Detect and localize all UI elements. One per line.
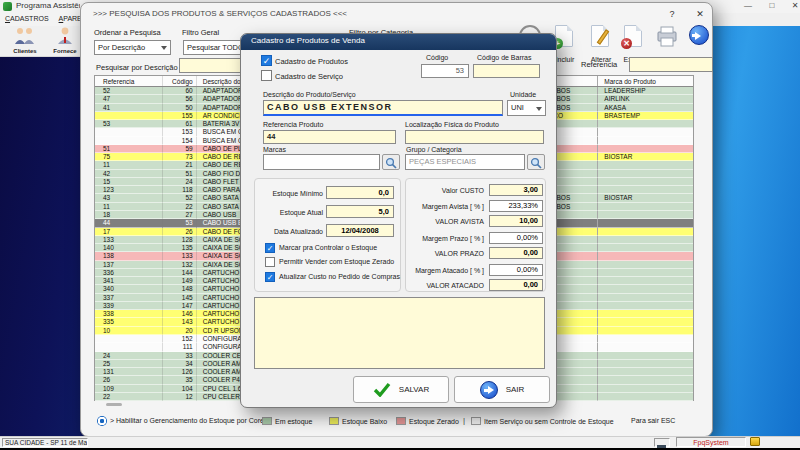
- app-toolbar: Clientes Fornece: [0, 26, 88, 57]
- valor-custo-field[interactable]: 3,00: [489, 184, 543, 196]
- referencia-produto-label: Referencia Produto: [263, 121, 323, 128]
- marcas-input[interactable]: [263, 154, 380, 170]
- supplier-icon: [52, 31, 78, 48]
- unidade-label: Unidade: [510, 91, 536, 98]
- general-filter-label: Filtro Geral: [182, 28, 219, 37]
- atualizar-custo-label: Atualizar Custo no Pedido de Compras: [279, 273, 400, 280]
- computer-icon: [654, 438, 670, 447]
- localizacao-input[interactable]: [405, 130, 544, 144]
- data-atualizado-label: Data Atualizado: [261, 228, 323, 235]
- margem-atacado-label: Margem Atacado [ % ]: [391, 267, 484, 274]
- dialog-title: Cadastro de Produtos de Venda: [251, 36, 365, 45]
- valor-atacado-label: VALOR ATACADO: [391, 282, 484, 289]
- status-brand: FpqSystem: [676, 437, 746, 447]
- cadastro-servico-label: Cadastro de Serviço: [275, 72, 343, 81]
- grupo-label: Grupo / Categoria: [406, 146, 462, 153]
- status-city: SUA CIDADE - SP 11 de Ma: [2, 438, 88, 447]
- barras-field[interactable]: [473, 64, 540, 78]
- margem-prazo-label: Margem Prazo [ % ]: [391, 235, 484, 242]
- legend-item: Em estoque: [262, 417, 329, 425]
- valor-avista-field[interactable]: 10,00: [489, 215, 543, 227]
- grupo-input[interactable]: PEÇAS ESPECIAIS: [405, 154, 525, 170]
- observacoes-textarea[interactable]: [254, 297, 545, 369]
- modal-sair-button[interactable]: SAIR: [454, 376, 550, 403]
- cadastro-produtos-checkbox[interactable]: ✓: [261, 55, 272, 66]
- stock-toggle-label: > Habilitar o Gerenciamento do Estoque p…: [110, 417, 267, 424]
- descricao-label: Descrição do Produto/Serviço: [263, 91, 356, 98]
- maximize-button[interactable]: □: [762, 0, 782, 12]
- exit-hint: Para sair ESC: [631, 417, 675, 424]
- controlar-estoque-label: Marcar pra Controlar o Estoque: [279, 244, 377, 251]
- product-dialog: Cadastro de Produtos de Venda ✓ Cadastro…: [240, 33, 557, 408]
- delete-icon: ✕: [624, 25, 642, 47]
- codigo-field: 53: [421, 64, 469, 78]
- margem-avista-field[interactable]: 233,33%: [489, 200, 543, 212]
- estoque-minimo-field[interactable]: 0,0: [326, 186, 394, 199]
- search-window-title: >>> PESQUISA DOS PRODUTOS & SERVIÇOS CAD…: [93, 9, 347, 18]
- search-window-titlebar[interactable]: >>> PESQUISA DOS PRODUTOS & SERVIÇOS CAD…: [81, 3, 712, 25]
- valor-custo-label: Valor CUSTO: [391, 187, 484, 194]
- lock-icon: [750, 437, 760, 446]
- chevron-down-icon: [161, 46, 167, 50]
- close-button[interactable]: ✕: [785, 0, 800, 12]
- legend-item: Estoque Baixo: [329, 417, 396, 425]
- search-icon: [384, 156, 398, 170]
- search-desc-label: Pesquisar por Descrição: [96, 63, 178, 72]
- unidade-select[interactable]: UNI: [507, 100, 546, 116]
- search-icon: [529, 156, 543, 170]
- chevron-down-icon: [536, 107, 542, 111]
- horizontal-scrollbar[interactable]: [106, 403, 122, 406]
- header-referencia[interactable]: Referencia: [95, 76, 163, 86]
- valor-avista-label: VALOR AVISTA: [391, 218, 484, 225]
- exit-icon: [689, 25, 709, 45]
- legend-item: Estoque Zerado: [396, 417, 471, 425]
- marcas-label: Marcas: [263, 146, 286, 153]
- legend-swatch: [329, 417, 339, 425]
- legend-swatch: [471, 417, 481, 425]
- estoque-atual-field[interactable]: 5,0: [326, 205, 394, 218]
- controlar-estoque-checkbox[interactable]: ✓: [265, 243, 275, 253]
- valor-prazo-field[interactable]: 0,00: [489, 247, 543, 259]
- reference-label: Referencia: [581, 60, 617, 69]
- menu-cadastros[interactable]: CADASTROS: [0, 13, 54, 26]
- suppliers-button[interactable]: Fornece: [48, 27, 82, 54]
- legend-separator: |: [463, 416, 465, 425]
- help-button[interactable]: ?: [663, 7, 681, 21]
- barras-label: Código de Barras: [477, 54, 531, 61]
- order-label: Ordenar a Pesquisa: [94, 28, 161, 37]
- window-close-button[interactable]: ✕: [691, 7, 709, 21]
- grupo-search-button[interactable]: [527, 154, 545, 170]
- minimize-button[interactable]: —: [738, 0, 758, 12]
- cadastro-servico-checkbox[interactable]: [261, 70, 272, 81]
- margem-avista-label: Margem Avista [ % ]: [391, 203, 484, 210]
- stock-color-toggle[interactable]: [97, 416, 107, 426]
- clients-button[interactable]: Clientes: [8, 27, 42, 54]
- clients-icon: [12, 31, 38, 48]
- referencia-produto-input[interactable]: 44: [263, 130, 396, 144]
- descricao-input[interactable]: CABO USB EXTENSOR: [263, 100, 503, 116]
- data-atualizado-field[interactable]: 12/04/2008: [326, 224, 394, 237]
- localizacao-label: Localização Física do Produto: [405, 121, 499, 128]
- screen: Programa Assistência Té — □ ✕ CADASTROS …: [0, 0, 800, 450]
- salvar-button[interactable]: SALVAR: [353, 376, 449, 403]
- codigo-label: Código: [426, 54, 448, 61]
- dialog-titlebar[interactable]: Cadastro de Produtos de Venda: [241, 34, 556, 50]
- save-check-icon: [373, 382, 391, 397]
- header-marca[interactable]: Marca do Produto: [597, 76, 693, 86]
- order-select[interactable]: Por Descrição: [94, 40, 171, 55]
- legend-swatch: [396, 417, 406, 425]
- atualizar-custo-checkbox[interactable]: ✓: [265, 272, 275, 282]
- valor-atacado-field[interactable]: 0,00: [489, 279, 543, 291]
- margem-atacado-field[interactable]: 0,00%: [489, 264, 543, 276]
- valor-prazo-label: VALOR PRAZO: [391, 250, 484, 257]
- vender-zerado-label: Permitir Vender com Estoque Zerado: [279, 258, 394, 265]
- alterar-button[interactable]: Alterar: [583, 23, 619, 63]
- vender-zerado-checkbox[interactable]: [265, 257, 275, 267]
- header-codigo[interactable]: Código: [163, 76, 197, 86]
- estoque-atual-label: Estoque Atual: [261, 209, 323, 216]
- reference-input[interactable]: [629, 57, 713, 72]
- margem-prazo-field[interactable]: 0,00%: [489, 232, 543, 244]
- app-icon: [3, 2, 12, 11]
- legend-swatch: [262, 417, 272, 425]
- marcas-search-button[interactable]: [382, 154, 400, 170]
